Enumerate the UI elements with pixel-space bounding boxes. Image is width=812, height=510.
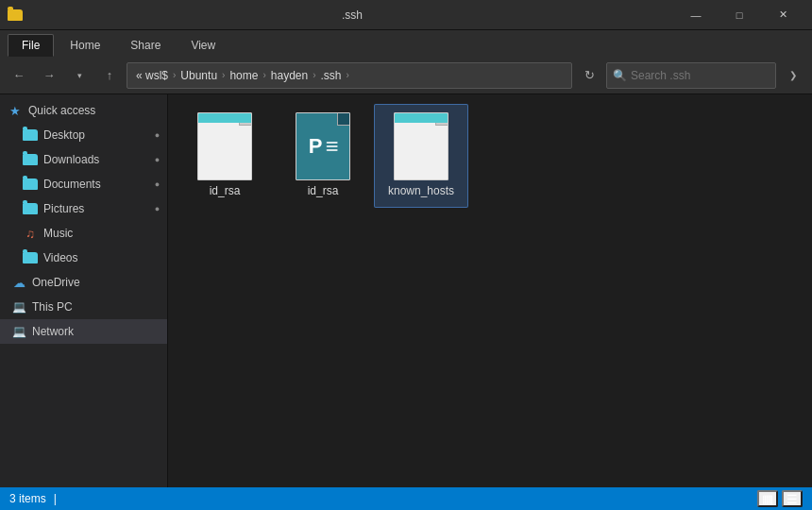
sidebar-item-onedrive[interactable]: ☁ OneDrive <box>0 270 167 295</box>
sidebar-label-documents: Documents <box>43 178 149 191</box>
up-button[interactable]: ↑ <box>96 62 123 89</box>
crumb-hayden[interactable]: hayden <box>268 68 311 83</box>
main-layout: ★ Quick access Desktop ● Downloads ● Doc… <box>0 94 812 487</box>
title-bar-icons <box>8 8 23 23</box>
pub-lines <box>326 142 337 151</box>
sidebar-item-downloads[interactable]: Downloads ● <box>0 147 167 172</box>
file-thumb-id-rsa-1 <box>192 112 258 180</box>
status-bar: 3 items | ▦ ☰ <box>0 487 812 510</box>
title-bar: .ssh — □ ✕ <box>0 0 812 30</box>
expand-ribbon-button[interactable]: ❯ <box>780 62 806 89</box>
sidebar-label-desktop: Desktop <box>43 128 149 142</box>
window-controls: — □ ✕ <box>674 0 804 30</box>
file-item-id-rsa-1[interactable]: id_rsa <box>178 104 272 208</box>
crumb-home[interactable]: home <box>227 68 261 83</box>
items-count: 3 items <box>9 492 46 505</box>
sidebar-item-documents[interactable]: Documents ● <box>0 172 167 196</box>
tab-home[interactable]: Home <box>56 34 114 57</box>
doc-teal-top-1 <box>198 113 251 123</box>
grid-view-button[interactable]: ▦ <box>757 490 778 507</box>
search-input[interactable] <box>631 69 772 82</box>
sidebar-label-onedrive: OneDrive <box>32 276 160 289</box>
doc-teal-top-3 <box>395 113 448 123</box>
sidebar-label-videos: Videos <box>43 251 160 264</box>
sidebar-label-network: Network <box>32 325 160 338</box>
tab-share[interactable]: Share <box>116 34 175 57</box>
search-icon: 🔍 <box>613 69 627 82</box>
file-name-id-rsa-2: id_rsa <box>308 184 339 199</box>
pin-icon-desktop: ● <box>152 130 162 141</box>
recent-locations-button[interactable]: ▾ <box>66 62 93 89</box>
crumb-wsl[interactable]: « wsl$ <box>133 68 171 83</box>
folder-icon-documents <box>23 177 38 192</box>
view-controls: ▦ ☰ <box>757 490 803 507</box>
minimize-button[interactable]: — <box>674 0 718 30</box>
status-separator: | <box>54 492 57 505</box>
pc-icon: 💻 <box>11 299 26 314</box>
breadcrumb: « wsl$ › Ubuntu › home › hayden › .ssh › <box>133 68 349 83</box>
list-view-button[interactable]: ☰ <box>782 490 803 507</box>
sidebar-item-this-pc[interactable]: 💻 This PC <box>0 295 167 319</box>
ribbon-tabs: File Home Share View <box>0 30 812 57</box>
music-icon: ♫ <box>23 226 38 241</box>
crumb-ssh[interactable]: .ssh <box>318 68 345 83</box>
file-name-known-hosts: known_hosts <box>388 184 454 199</box>
file-item-id-rsa-2[interactable]: P id_rsa <box>276 104 370 208</box>
pin-icon-documents: ● <box>152 179 162 190</box>
folder-icon-pictures <box>23 201 38 216</box>
sidebar-item-desktop[interactable]: Desktop ● <box>0 123 167 147</box>
pub-line-2 <box>326 145 337 147</box>
sidebar-label-this-pc: This PC <box>32 300 160 314</box>
back-button[interactable]: ← <box>6 62 32 89</box>
app-icon <box>8 8 23 23</box>
sidebar-item-quick-access[interactable]: ★ Quick access <box>0 98 167 123</box>
sidebar-item-pictures[interactable]: Pictures ● <box>0 196 167 221</box>
pin-icon-pictures: ● <box>152 204 162 214</box>
pub-line-3 <box>326 149 337 151</box>
star-icon: ★ <box>8 103 23 118</box>
tab-view[interactable]: View <box>177 34 229 57</box>
file-doc-1 <box>197 112 252 180</box>
file-doc-2: P <box>296 112 350 180</box>
sidebar-label-downloads: Downloads <box>43 153 149 166</box>
maximize-button[interactable]: □ <box>718 0 761 30</box>
sidebar-label-quick-access: Quick access <box>28 104 160 117</box>
folder-icon-videos <box>23 250 38 265</box>
sidebar-item-videos[interactable]: Videos <box>0 246 167 270</box>
close-button[interactable]: ✕ <box>761 0 804 30</box>
pin-icon-downloads: ● <box>152 155 162 165</box>
crumb-ubuntu[interactable]: Ubuntu <box>178 68 220 83</box>
sidebar-item-music[interactable]: ♫ Music <box>0 221 167 246</box>
sidebar: ★ Quick access Desktop ● Downloads ● Doc… <box>0 94 168 487</box>
network-icon: 💻 <box>11 324 26 339</box>
folder-icon-downloads <box>23 152 38 167</box>
tab-file[interactable]: File <box>8 34 54 57</box>
nav-bar: ← → ▾ ↑ « wsl$ › Ubuntu › home › hayden … <box>0 57 812 94</box>
file-name-id-rsa-1: id_rsa <box>210 184 241 199</box>
file-item-known-hosts[interactable]: known_hosts <box>374 104 468 208</box>
file-thumb-id-rsa-2: P <box>290 112 356 180</box>
address-bar[interactable]: « wsl$ › Ubuntu › home › hayden › .ssh › <box>127 62 572 89</box>
folder-icon-desktop <box>23 128 38 143</box>
refresh-button[interactable]: ↻ <box>576 62 602 89</box>
search-bar[interactable]: 🔍 <box>606 62 776 89</box>
sidebar-item-network[interactable]: 💻 Network <box>0 319 167 344</box>
file-content: id_rsa P id_rsa <box>168 94 812 487</box>
sidebar-label-music: Music <box>43 227 160 240</box>
sidebar-label-pictures: Pictures <box>43 202 149 215</box>
window-title: .ssh <box>30 8 674 22</box>
pub-line-1 <box>326 142 337 144</box>
cloud-icon: ☁ <box>11 275 26 290</box>
file-thumb-known-hosts <box>388 112 454 180</box>
forward-button[interactable]: → <box>36 62 62 89</box>
pub-label: P <box>309 134 338 159</box>
file-doc-3 <box>394 112 448 180</box>
